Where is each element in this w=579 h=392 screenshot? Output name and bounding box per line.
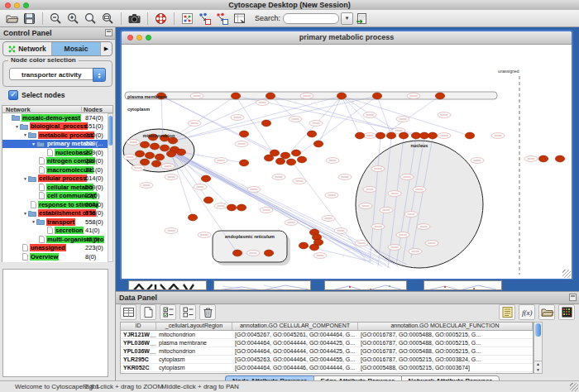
network-node-highlighted[interactable] [140, 141, 149, 148]
tree-item-metabolic-process[interactable]: ▼metabolic process280(0) [2, 131, 108, 140]
network-node-highlighted[interactable] [237, 204, 246, 211]
table-cell[interactable]: [GO:0045267, GO:0045261, GO:0044464, G..… [232, 331, 358, 338]
column-header[interactable]: annotation.GO MOLECULAR_FUNCTION [358, 323, 533, 330]
minimized-window-thumbnail[interactable] [324, 280, 407, 290]
table-cell[interactable]: [GO:0044464, GO:0044444, GO:0044444, G..… [232, 372, 358, 375]
network-node-highlighted[interactable] [309, 244, 318, 251]
table-scrollbar[interactable]: ▲▼ [534, 322, 543, 374]
network-node-highlighted[interactable] [150, 143, 159, 150]
tree-item-transport[interactable]: ▼transport558(0) [2, 218, 108, 227]
search-options-arrow-icon[interactable]: ▾ [341, 12, 353, 25]
network-node-highlighted[interactable] [419, 132, 428, 139]
expander-icon[interactable]: ▼ [14, 124, 20, 129]
network-node-highlighted[interactable] [168, 137, 177, 144]
expander-icon[interactable]: ▼ [22, 211, 28, 216]
network-node-highlighted[interactable] [465, 132, 474, 139]
network-node-highlighted[interactable] [176, 149, 185, 155]
expander-icon[interactable]: ▼ [31, 219, 36, 224]
network-node-highlighted[interactable] [264, 155, 273, 161]
network-node-highlighted[interactable] [291, 150, 300, 156]
network-node-highlighted[interactable] [232, 250, 242, 256]
network-node-highlighted[interactable] [435, 93, 444, 99]
table-cell[interactable]: [GO:0016787, GO:0005488, GO:0005215, G..… [358, 339, 533, 347]
network-node-highlighted[interactable] [188, 214, 197, 221]
network-node-highlighted[interactable] [261, 120, 270, 127]
camera-icon[interactable] [127, 11, 142, 26]
network-node-highlighted[interactable] [275, 158, 285, 165]
minimized-window-thumbnail[interactable] [213, 280, 311, 290]
minimized-window-thumbnail[interactable] [128, 280, 207, 290]
tree-item-unassigned[interactable]: unassigned223(0) [2, 244, 108, 253]
tree-item-nitrogen-compo[interactable]: nitrogen compo209(0) [2, 157, 108, 166]
select-nodes-checkbox[interactable]: ✓ [8, 90, 18, 100]
table-cell[interactable]: YKR052C [121, 364, 156, 371]
birds-eye-view[interactable] [2, 269, 108, 377]
save-icon[interactable] [22, 11, 37, 26]
open-folder-icon[interactable] [4, 11, 20, 26]
network-node-highlighted[interactable] [264, 250, 273, 256]
network-node-highlighted[interactable] [411, 132, 420, 139]
network-overview-icon[interactable] [179, 11, 195, 26]
attribute-list-icon[interactable] [499, 304, 515, 320]
zoom-in-icon[interactable] [65, 11, 81, 26]
expander-icon[interactable]: ▼ [22, 132, 28, 137]
table-cell[interactable]: YJR121W__1 [121, 331, 156, 338]
table-row[interactable]: YJR121W__1mitochondrion[GO:0045267, GO:0… [121, 331, 533, 339]
table-cell[interactable]: [GO:0016787, GO:0005488, GO:0005215, G..… [358, 347, 533, 355]
attribute-matrix-icon[interactable] [558, 304, 575, 320]
table-cell[interactable]: [GO:0016787, GO:0005488, GO:0005215, G..… [358, 372, 533, 375]
tree-item-secretion[interactable]: secretion41(0) [2, 227, 108, 236]
network-node-highlighted[interactable] [155, 154, 164, 160]
table-row[interactable]: YLR295Ccytoplasm[GO:0045263, GO:0044464,… [121, 356, 533, 364]
table-cell[interactable]: [GO:0044464, GO:0044444, GO:0044425, G..… [232, 339, 358, 347]
network-node-highlighted[interactable] [266, 93, 275, 99]
search-input[interactable] [283, 13, 339, 24]
network-node-highlighted[interactable] [135, 151, 144, 157]
delete-trash-icon[interactable] [199, 304, 216, 320]
column-header[interactable]: annotation.GO CELLULAR_COMPONENT [232, 323, 358, 330]
table-cell[interactable]: [GO:0016787, GO:0005488, GO:0005215, G..… [358, 331, 533, 338]
table-cell[interactable]: cytoplasm [156, 356, 232, 363]
app-resize-grip[interactable] [570, 383, 578, 391]
table-cell[interactable]: [GO:0044464, GO:0044444, GO:0044425, G..… [232, 347, 358, 355]
network-view-window[interactable]: primary metabolic process plasma membran… [120, 30, 573, 280]
tree-item-multi-organism-pro[interactable]: multi-organism pro42(0) [2, 235, 108, 244]
node-color-dropdown[interactable]: transporter activity ▲▼ [9, 68, 106, 80]
layout-grid-icon[interactable] [197, 11, 213, 26]
network-node-highlighted[interactable] [145, 152, 154, 159]
network-node-highlighted[interactable] [555, 155, 564, 162]
function-builder-icon[interactable]: f(x) [519, 304, 535, 320]
network-node-highlighted[interactable] [151, 160, 160, 167]
table-cell[interactable]: [GO:0044464, GO:0044446, GO:0044444, G..… [232, 364, 358, 371]
network-node-highlighted[interactable] [280, 152, 290, 159]
network-node-highlighted[interactable] [376, 132, 385, 139]
select-attributes-icon[interactable] [160, 304, 176, 320]
layout-spring-icon[interactable] [214, 11, 230, 26]
network-node-highlighted[interactable] [297, 156, 306, 163]
network-node-highlighted[interactable] [231, 93, 240, 99]
network-node-highlighted[interactable] [201, 175, 210, 182]
column-header[interactable]: _cellularLayoutRegion [156, 323, 232, 330]
tree-item-response-to-stimulu[interactable]: response to stimulu264(0) [2, 200, 108, 209]
scrollbar-arrows-icon[interactable]: ▲▼ [534, 361, 542, 373]
table-cell[interactable]: [GO:0045263, GO:0044464, GO:0044455, G..… [232, 356, 358, 363]
table-cell[interactable]: [GO:0016787, GO:0005215, GO:0003824, G..… [358, 356, 533, 363]
tab-mosaic[interactable]: Mosaic [52, 42, 101, 55]
tree-item-biological-process[interactable]: ▼biological_process651(0) [2, 122, 108, 131]
column-header[interactable]: ID [121, 323, 156, 330]
network-node-highlighted[interactable] [239, 131, 248, 137]
zoom-fit-icon[interactable] [83, 11, 98, 26]
table-cell[interactable]: YPL036W__2 [121, 339, 156, 347]
table-cell[interactable]: mitochondrion [156, 372, 232, 375]
float-panel-icon[interactable] [569, 294, 577, 301]
network-node-highlighted[interactable] [307, 131, 316, 137]
unselect-attributes-icon[interactable] [179, 304, 196, 320]
network-node-highlighted[interactable] [372, 93, 381, 99]
annotation-table-icon[interactable] [232, 11, 247, 26]
help-lifesaver-icon[interactable] [153, 11, 169, 26]
table-grid-icon[interactable] [120, 304, 136, 320]
table-cell[interactable]: YPL036W__1 [121, 347, 156, 355]
table-cell[interactable]: plasma membrane [156, 339, 232, 347]
tree-item-cellular-metabo[interactable]: cellular metabo209(0) [2, 183, 108, 192]
zoom-out-icon[interactable] [48, 11, 64, 26]
